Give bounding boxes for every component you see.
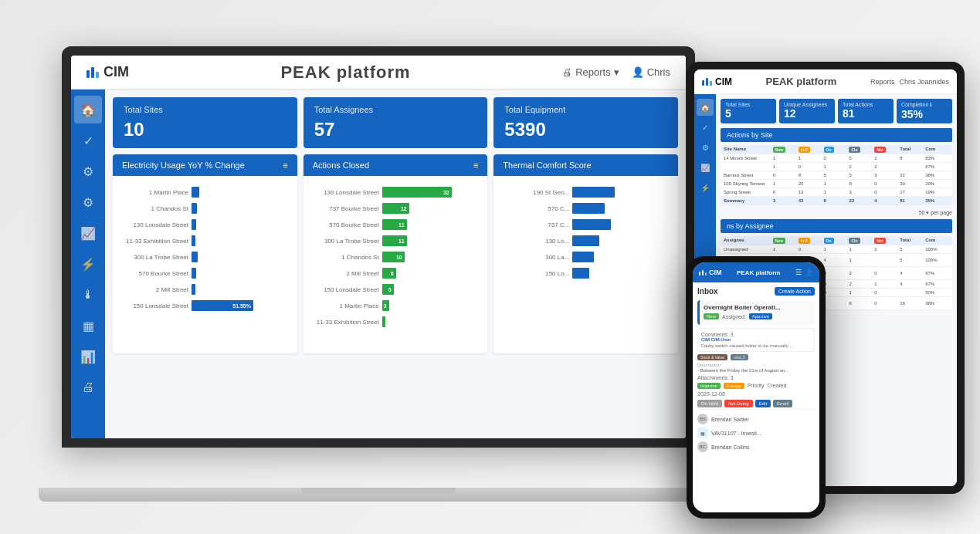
bar-value: 32 bbox=[443, 190, 449, 195]
cell: 67% bbox=[925, 282, 949, 286]
tablet-stat-completion-label: Completion ℹ bbox=[901, 102, 948, 108]
app-layout: 🏠 ✓ ⚙ ⚙ 📈 ⚡ 🌡 ▦ 📊 🖨 bbox=[71, 90, 686, 438]
bar-row: 2 Mill Street 6 bbox=[310, 266, 482, 280]
phone-border: CIM PEAK platform ☰ 👤 Inbox Create Actio… bbox=[687, 256, 826, 519]
bar-fill bbox=[192, 284, 195, 295]
stat-total-sites: Total Sites 10 bbox=[113, 97, 297, 148]
phone-description: Description - Between the Friday the 21s… bbox=[697, 363, 815, 373]
table-row: 1 0 1 2 2 67% bbox=[721, 163, 952, 171]
phone-item-card: Overnight Boiler Operati... New Assigned… bbox=[697, 300, 815, 325]
phone-logo-text: CIM bbox=[709, 269, 722, 276]
chart-thermal-header: Thermal Comfort Score bbox=[493, 154, 678, 176]
col-closed: Clo bbox=[849, 238, 873, 244]
phone-user-item: BC Brendan Collins bbox=[697, 440, 815, 454]
tablet-user-label[interactable]: Chris Joannides bbox=[899, 78, 949, 86]
tablet-sidebar-item-settings[interactable]: ⚙ bbox=[697, 139, 714, 156]
phone-title: PEAK platform bbox=[737, 269, 780, 276]
t-logo-bar1 bbox=[702, 80, 704, 86]
bar-value: 3 bbox=[384, 303, 387, 309]
chart-actions-body: 130 Lonsdale Street 32 737 Bourke Street bbox=[303, 176, 488, 353]
bar-fill bbox=[572, 187, 615, 198]
bar-row: 130 Lonsdale Street bbox=[119, 218, 291, 232]
tablet-stat-assignees: Unique Assignees 12 bbox=[779, 99, 835, 123]
tablet-site-table: Site Name New In P On Clo Not Total Com … bbox=[721, 145, 952, 205]
phone-user-icon[interactable]: 👤 bbox=[805, 269, 813, 276]
cell: 1 bbox=[874, 282, 898, 286]
ph-bar3 bbox=[705, 272, 707, 275]
cell: 0 bbox=[824, 290, 848, 295]
cell: 0 bbox=[874, 271, 898, 275]
laptop-screen: CIM PEAK platform 🖨 Reports ▾ 👤 Chris bbox=[71, 56, 686, 438]
cell: 8 bbox=[849, 181, 873, 186]
tablet-sidebar-item-analytics[interactable]: 📈 bbox=[697, 159, 714, 176]
col-closed: Clo bbox=[849, 147, 873, 153]
cell: 30 bbox=[900, 181, 924, 186]
col-assignee: Assignee bbox=[724, 238, 771, 244]
sidebar-item-settings2[interactable]: ⚙ bbox=[74, 188, 102, 216]
sidebar-item-grid[interactable]: ▦ bbox=[74, 312, 102, 340]
col-new: New bbox=[773, 238, 797, 244]
cell: 5 bbox=[900, 258, 924, 262]
sidebar-item-analytics[interactable]: 📈 bbox=[74, 219, 102, 247]
sidebar-item-print[interactable]: 🖨 bbox=[74, 373, 102, 401]
table-row: 14 Moore Street 1 1 0 5 1 8 83% bbox=[721, 154, 952, 163]
reports-label: Reports bbox=[575, 66, 611, 78]
tablet-sidebar-item-electricity[interactable]: ⚡ bbox=[697, 179, 714, 196]
table-row: Unassigned 1 0 1 1 2 5 100% bbox=[721, 245, 952, 254]
cell: 4 bbox=[874, 198, 898, 203]
bar-fill: 11 bbox=[382, 235, 407, 246]
cell: 0 bbox=[874, 190, 898, 194]
user-button[interactable]: 👤 Chris bbox=[632, 66, 670, 78]
approve-button[interactable]: Approve bbox=[749, 313, 772, 319]
sidebar-item-settings1[interactable]: ⚙ bbox=[74, 157, 102, 185]
tablet-sidebar-item-tasks[interactable]: ✓ bbox=[697, 119, 714, 136]
not-doing-button[interactable]: Not Doing bbox=[724, 400, 753, 407]
edit-button[interactable]: Edit bbox=[755, 400, 771, 407]
bar-row: 1 Chandos St bbox=[119, 201, 291, 215]
phone-menu-icon[interactable]: ☰ bbox=[795, 269, 802, 276]
chart-actions: Actions Closed ≡ 130 Lonsdale Street 32 bbox=[303, 154, 488, 353]
on-hold-button[interactable]: On Hold bbox=[697, 400, 722, 407]
phone-logo-icon bbox=[699, 270, 707, 275]
bar-fill bbox=[572, 203, 605, 214]
bar-row: 1 Chandos St 10 bbox=[310, 250, 482, 264]
phone: CIM PEAK platform ☰ 👤 Inbox Create Actio… bbox=[687, 256, 826, 519]
bar-row: 150 Lo... bbox=[500, 266, 672, 280]
phone-logo: CIM bbox=[699, 269, 722, 276]
tablet-assignee-table-header: Assignee New In P On Clo Not Total Com bbox=[721, 236, 952, 245]
phone-comment-text: Faulty switch caused boiler to be manual… bbox=[701, 343, 811, 348]
phone-attachments: Attachments: 3 bbox=[697, 375, 815, 380]
sidebar-item-temperature[interactable]: 🌡 bbox=[74, 281, 102, 309]
phone-item-title: Overnight Boiler Operati... bbox=[704, 304, 811, 311]
cell: 14 Moore Street bbox=[724, 156, 771, 161]
cell: 20 bbox=[799, 181, 822, 186]
sidebar-item-dashboard[interactable]: 🏠 bbox=[74, 96, 102, 123]
cell: 0 bbox=[824, 271, 848, 275]
cell: 1 bbox=[824, 247, 848, 252]
create-action-button[interactable]: Create Action bbox=[775, 287, 815, 296]
sidebar-item-reports[interactable]: 📊 bbox=[74, 343, 102, 370]
cell: 0 bbox=[874, 301, 898, 306]
sidebar-item-electricity[interactable]: ⚡ bbox=[74, 250, 102, 278]
phone-bottom: BS Brendan Sadler ▦ VAV31107 - Investi..… bbox=[697, 409, 815, 454]
cell: 100 Skyring Terrace bbox=[724, 181, 771, 186]
email-button[interactable]: Email bbox=[773, 400, 792, 407]
tablet-sidebar-item-dashboard[interactable]: 🏠 bbox=[697, 99, 714, 116]
user3-name: Brendan Collins bbox=[711, 444, 749, 450]
cell: 100% bbox=[925, 247, 949, 252]
chart-thermal-body: 190 St Geo... 570 C... 737 bbox=[493, 176, 678, 353]
cell: 1 bbox=[849, 247, 873, 252]
reports-button[interactable]: 🖨 Reports ▾ bbox=[562, 66, 619, 78]
bar-label: 130 Lonsdale Street bbox=[119, 221, 188, 228]
col-new: New bbox=[773, 147, 797, 153]
tablet-reports-label[interactable]: Reports bbox=[870, 78, 895, 86]
cell: 0 bbox=[874, 290, 898, 295]
actions-bars: 130 Lonsdale Street 32 737 Bourke Street bbox=[310, 182, 482, 332]
chart-electricity-body: 1 Martin Place 1 Chandos St bbox=[113, 176, 297, 353]
bar-row: 570 Bourke Street bbox=[119, 266, 291, 280]
cell: Summary bbox=[724, 198, 771, 203]
scene: CIM PEAK platform 🖨 Reports ▾ 👤 Chris bbox=[0, 0, 980, 534]
sidebar-item-tasks[interactable]: ✓ bbox=[74, 127, 102, 154]
stat-total-equipment: Total Equipment 5390 bbox=[493, 97, 678, 148]
bar-fill: 5 bbox=[382, 284, 394, 295]
